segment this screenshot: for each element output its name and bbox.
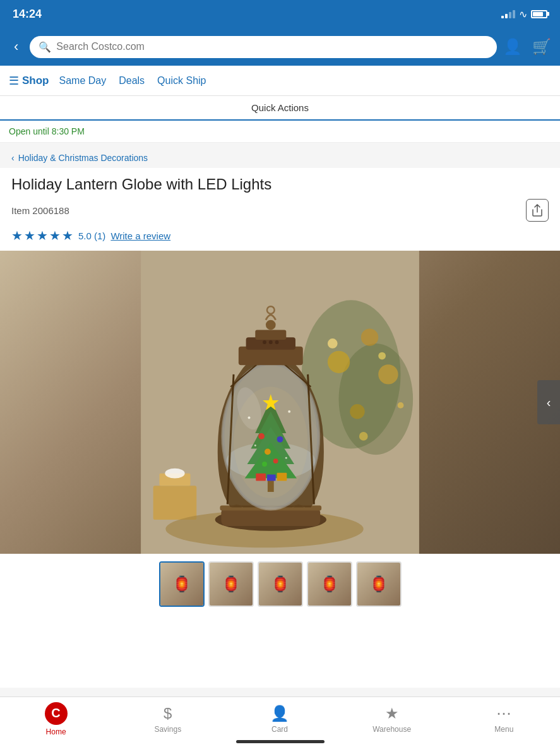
nav-home[interactable]: C Home xyxy=(37,702,75,736)
svg-point-48 xyxy=(275,340,279,344)
svg-point-6 xyxy=(350,404,365,419)
store-strip: Open until 8:30 PM xyxy=(0,121,560,143)
home-indicator xyxy=(236,740,325,743)
store-hours: Open until 8:30 PM xyxy=(9,126,85,136)
thumbnail-4[interactable]: 🏮 xyxy=(307,561,352,607)
svg-point-3 xyxy=(328,351,350,373)
cart-icon[interactable]: 🛒 xyxy=(532,38,551,56)
nav-bar: ☰ Shop Same Day Deals Quick Ship xyxy=(0,66,560,96)
nav-warehouse-label: Warehouse xyxy=(372,725,411,734)
product-image-container: ‹ xyxy=(0,251,560,554)
star-2: ★ xyxy=(24,228,35,243)
star-5: ★ xyxy=(62,228,73,243)
breadcrumb-text: Holiday & Christmas Decorations xyxy=(18,153,148,163)
share-button[interactable] xyxy=(526,199,549,222)
status-bar: 14:24 ∿ xyxy=(0,0,560,28)
status-icons: ∿ xyxy=(501,8,547,20)
thumbnail-2[interactable]: 🏮 xyxy=(208,561,254,607)
rating-row: ★ ★ ★ ★ ★ 5.0 (1) Write a review xyxy=(11,228,549,243)
savings-icon: $ xyxy=(164,705,172,722)
shop-menu-button[interactable]: ☰ Shop xyxy=(9,74,49,88)
rating-score: 5.0 (1) xyxy=(78,230,105,241)
header-icons: 👤 🛒 xyxy=(503,38,551,56)
svg-point-5 xyxy=(378,364,398,384)
card-icon: 👤 xyxy=(270,705,289,722)
svg-point-9 xyxy=(359,432,368,441)
bottom-nav: C Home $ Savings 👤 Card ★ Warehouse ⋯ Me… xyxy=(0,696,560,747)
warehouse-icon: ★ xyxy=(385,705,399,722)
menu-icon: ⋯ xyxy=(496,705,511,722)
nav-deals[interactable]: Deals xyxy=(119,75,145,87)
search-bar[interactable]: 🔍 xyxy=(30,36,497,58)
svg-point-47 xyxy=(269,340,273,344)
svg-point-7 xyxy=(328,338,338,349)
nav-warehouse[interactable]: ★ Warehouse xyxy=(372,705,411,734)
nav-home-label: Home xyxy=(46,727,66,736)
star-1: ★ xyxy=(11,228,23,243)
product-title: Holiday Lantern Globe with LED Lights xyxy=(11,168,549,199)
thumbnail-5[interactable]: 🏮 xyxy=(356,561,402,607)
quick-actions-label: Quick Actions xyxy=(251,102,309,113)
svg-point-49 xyxy=(266,320,276,330)
star-4: ★ xyxy=(49,228,61,243)
breadcrumb[interactable]: ‹ Holiday & Christmas Decorations xyxy=(0,145,560,168)
svg-point-2 xyxy=(339,344,414,455)
product-image xyxy=(0,251,560,554)
next-image-button[interactable]: ‹ xyxy=(537,380,560,424)
svg-point-8 xyxy=(378,352,386,360)
product-image-svg xyxy=(0,251,560,554)
item-number: Item 2006188 xyxy=(11,205,69,216)
product-section: Holiday Lantern Globe with LED Lights It… xyxy=(0,168,560,688)
thumbnail-3[interactable]: 🏮 xyxy=(258,561,303,607)
quick-actions-bar[interactable]: Quick Actions xyxy=(0,96,560,121)
nav-same-day[interactable]: Same Day xyxy=(59,75,107,87)
svg-point-46 xyxy=(263,340,266,344)
write-review-link[interactable]: Write a review xyxy=(110,230,170,241)
back-button[interactable]: ‹ xyxy=(9,36,23,57)
svg-point-4 xyxy=(361,329,378,346)
search-icon: 🔍 xyxy=(39,41,51,53)
nav-savings-label: Savings xyxy=(154,725,181,734)
svg-point-13 xyxy=(165,469,184,479)
signal-icon xyxy=(501,9,515,18)
status-time: 14:24 xyxy=(13,8,42,21)
share-icon xyxy=(531,203,544,217)
svg-point-10 xyxy=(398,402,404,409)
hamburger-icon: ☰ xyxy=(9,74,19,88)
nav-menu-label: Menu xyxy=(494,725,513,734)
search-input[interactable] xyxy=(56,41,488,52)
costco-logo-icon: C xyxy=(45,702,68,725)
svg-rect-45 xyxy=(255,330,286,340)
breadcrumb-arrow: ‹ xyxy=(11,153,15,163)
svg-rect-11 xyxy=(153,486,197,520)
battery-icon xyxy=(531,10,547,18)
nav-quick-ship[interactable]: Quick Ship xyxy=(157,75,206,87)
nav-links: Same Day Deals Quick Ship xyxy=(59,75,206,87)
account-icon[interactable]: 👤 xyxy=(503,38,522,56)
nav-menu[interactable]: ⋯ Menu xyxy=(485,705,523,734)
header: ‹ 🔍 👤 🛒 xyxy=(0,28,560,66)
star-3: ★ xyxy=(37,228,48,243)
nav-card[interactable]: 👤 Card xyxy=(261,705,299,734)
nav-savings[interactable]: $ Savings xyxy=(149,705,187,734)
wifi-icon: ∿ xyxy=(519,8,527,20)
thumbnail-1[interactable]: 🏮 xyxy=(159,561,205,607)
thumbnails: 🏮 🏮 🏮 🏮 🏮 xyxy=(11,554,549,614)
star-rating: ★ ★ ★ ★ ★ xyxy=(11,228,73,243)
shop-label: Shop xyxy=(22,75,49,87)
nav-card-label: Card xyxy=(271,725,288,734)
product-meta: Item 2006188 xyxy=(11,199,549,222)
